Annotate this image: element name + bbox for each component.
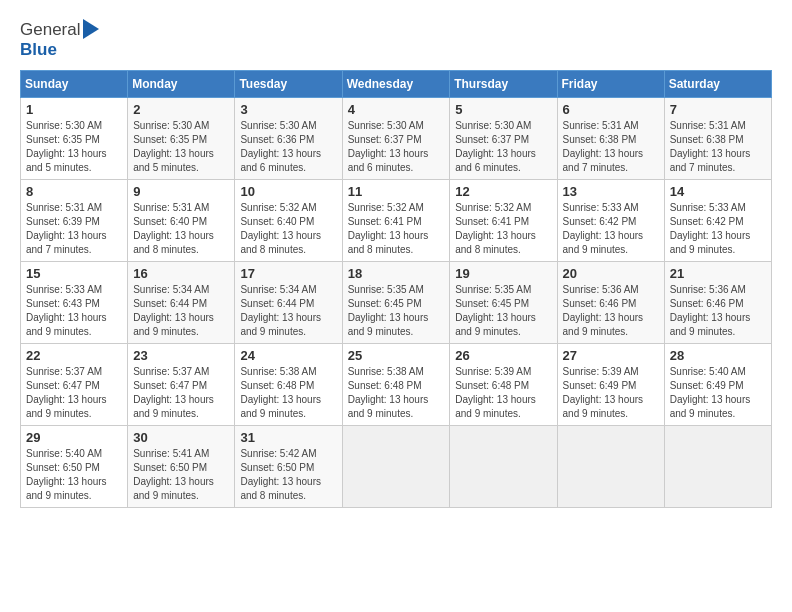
calendar-day-cell: 23Sunrise: 5:37 AMSunset: 6:47 PMDayligh… — [128, 344, 235, 426]
day-number: 27 — [563, 348, 659, 363]
day-info: Sunrise: 5:31 AMSunset: 6:39 PMDaylight:… — [26, 201, 122, 257]
calendar-day-cell: 13Sunrise: 5:33 AMSunset: 6:42 PMDayligh… — [557, 180, 664, 262]
day-number: 4 — [348, 102, 445, 117]
calendar-day-cell: 2Sunrise: 5:30 AMSunset: 6:35 PMDaylight… — [128, 98, 235, 180]
day-number: 6 — [563, 102, 659, 117]
day-info: Sunrise: 5:31 AMSunset: 6:38 PMDaylight:… — [563, 119, 659, 175]
calendar-day-cell: 29Sunrise: 5:40 AMSunset: 6:50 PMDayligh… — [21, 426, 128, 508]
calendar-day-cell — [342, 426, 450, 508]
day-info: Sunrise: 5:35 AMSunset: 6:45 PMDaylight:… — [455, 283, 551, 339]
calendar-week-row: 8Sunrise: 5:31 AMSunset: 6:39 PMDaylight… — [21, 180, 772, 262]
calendar-week-row: 1Sunrise: 5:30 AMSunset: 6:35 PMDaylight… — [21, 98, 772, 180]
calendar-day-cell — [450, 426, 557, 508]
day-info: Sunrise: 5:31 AMSunset: 6:40 PMDaylight:… — [133, 201, 229, 257]
day-info: Sunrise: 5:33 AMSunset: 6:42 PMDaylight:… — [563, 201, 659, 257]
day-number: 10 — [240, 184, 336, 199]
day-number: 20 — [563, 266, 659, 281]
day-info: Sunrise: 5:40 AMSunset: 6:50 PMDaylight:… — [26, 447, 122, 503]
calendar-day-cell: 16Sunrise: 5:34 AMSunset: 6:44 PMDayligh… — [128, 262, 235, 344]
calendar-table: SundayMondayTuesdayWednesdayThursdayFrid… — [20, 70, 772, 508]
day-info: Sunrise: 5:32 AMSunset: 6:40 PMDaylight:… — [240, 201, 336, 257]
calendar-day-cell: 22Sunrise: 5:37 AMSunset: 6:47 PMDayligh… — [21, 344, 128, 426]
day-number: 15 — [26, 266, 122, 281]
calendar-day-header: Thursday — [450, 71, 557, 98]
day-info: Sunrise: 5:32 AMSunset: 6:41 PMDaylight:… — [455, 201, 551, 257]
day-number: 25 — [348, 348, 445, 363]
calendar-day-cell: 15Sunrise: 5:33 AMSunset: 6:43 PMDayligh… — [21, 262, 128, 344]
logo-triangle-icon — [83, 19, 99, 39]
page-header: General Blue — [20, 20, 772, 60]
calendar-day-cell: 20Sunrise: 5:36 AMSunset: 6:46 PMDayligh… — [557, 262, 664, 344]
calendar-day-cell: 21Sunrise: 5:36 AMSunset: 6:46 PMDayligh… — [664, 262, 771, 344]
day-info: Sunrise: 5:41 AMSunset: 6:50 PMDaylight:… — [133, 447, 229, 503]
day-number: 8 — [26, 184, 122, 199]
calendar-day-cell: 14Sunrise: 5:33 AMSunset: 6:42 PMDayligh… — [664, 180, 771, 262]
day-number: 30 — [133, 430, 229, 445]
day-info: Sunrise: 5:33 AMSunset: 6:42 PMDaylight:… — [670, 201, 766, 257]
calendar-day-cell: 8Sunrise: 5:31 AMSunset: 6:39 PMDaylight… — [21, 180, 128, 262]
calendar-day-cell: 26Sunrise: 5:39 AMSunset: 6:48 PMDayligh… — [450, 344, 557, 426]
calendar-day-header: Tuesday — [235, 71, 342, 98]
calendar-day-cell: 27Sunrise: 5:39 AMSunset: 6:49 PMDayligh… — [557, 344, 664, 426]
calendar-day-header: Wednesday — [342, 71, 450, 98]
day-info: Sunrise: 5:30 AMSunset: 6:36 PMDaylight:… — [240, 119, 336, 175]
day-number: 22 — [26, 348, 122, 363]
day-info: Sunrise: 5:33 AMSunset: 6:43 PMDaylight:… — [26, 283, 122, 339]
calendar-day-cell — [664, 426, 771, 508]
calendar-day-cell: 9Sunrise: 5:31 AMSunset: 6:40 PMDaylight… — [128, 180, 235, 262]
calendar-day-cell: 5Sunrise: 5:30 AMSunset: 6:37 PMDaylight… — [450, 98, 557, 180]
day-number: 26 — [455, 348, 551, 363]
day-number: 28 — [670, 348, 766, 363]
day-number: 17 — [240, 266, 336, 281]
day-number: 18 — [348, 266, 445, 281]
day-info: Sunrise: 5:34 AMSunset: 6:44 PMDaylight:… — [240, 283, 336, 339]
day-info: Sunrise: 5:31 AMSunset: 6:38 PMDaylight:… — [670, 119, 766, 175]
calendar-day-cell: 1Sunrise: 5:30 AMSunset: 6:35 PMDaylight… — [21, 98, 128, 180]
day-number: 31 — [240, 430, 336, 445]
day-info: Sunrise: 5:30 AMSunset: 6:35 PMDaylight:… — [133, 119, 229, 175]
calendar-header-row: SundayMondayTuesdayWednesdayThursdayFrid… — [21, 71, 772, 98]
calendar-day-cell: 24Sunrise: 5:38 AMSunset: 6:48 PMDayligh… — [235, 344, 342, 426]
day-number: 21 — [670, 266, 766, 281]
calendar-day-cell: 18Sunrise: 5:35 AMSunset: 6:45 PMDayligh… — [342, 262, 450, 344]
day-number: 23 — [133, 348, 229, 363]
day-number: 1 — [26, 102, 122, 117]
calendar-week-row: 22Sunrise: 5:37 AMSunset: 6:47 PMDayligh… — [21, 344, 772, 426]
calendar-day-cell: 17Sunrise: 5:34 AMSunset: 6:44 PMDayligh… — [235, 262, 342, 344]
calendar-day-cell: 28Sunrise: 5:40 AMSunset: 6:49 PMDayligh… — [664, 344, 771, 426]
day-info: Sunrise: 5:36 AMSunset: 6:46 PMDaylight:… — [670, 283, 766, 339]
calendar-day-header: Saturday — [664, 71, 771, 98]
calendar-day-cell: 10Sunrise: 5:32 AMSunset: 6:40 PMDayligh… — [235, 180, 342, 262]
day-info: Sunrise: 5:30 AMSunset: 6:37 PMDaylight:… — [348, 119, 445, 175]
day-info: Sunrise: 5:37 AMSunset: 6:47 PMDaylight:… — [133, 365, 229, 421]
calendar-day-cell: 7Sunrise: 5:31 AMSunset: 6:38 PMDaylight… — [664, 98, 771, 180]
day-number: 29 — [26, 430, 122, 445]
calendar-day-cell: 6Sunrise: 5:31 AMSunset: 6:38 PMDaylight… — [557, 98, 664, 180]
day-number: 2 — [133, 102, 229, 117]
calendar-day-cell: 4Sunrise: 5:30 AMSunset: 6:37 PMDaylight… — [342, 98, 450, 180]
day-info: Sunrise: 5:32 AMSunset: 6:41 PMDaylight:… — [348, 201, 445, 257]
calendar-day-cell: 25Sunrise: 5:38 AMSunset: 6:48 PMDayligh… — [342, 344, 450, 426]
calendar-day-cell: 11Sunrise: 5:32 AMSunset: 6:41 PMDayligh… — [342, 180, 450, 262]
day-info: Sunrise: 5:39 AMSunset: 6:49 PMDaylight:… — [563, 365, 659, 421]
day-info: Sunrise: 5:38 AMSunset: 6:48 PMDaylight:… — [348, 365, 445, 421]
calendar-day-header: Sunday — [21, 71, 128, 98]
calendar-week-row: 15Sunrise: 5:33 AMSunset: 6:43 PMDayligh… — [21, 262, 772, 344]
day-number: 7 — [670, 102, 766, 117]
day-number: 11 — [348, 184, 445, 199]
calendar-day-cell: 30Sunrise: 5:41 AMSunset: 6:50 PMDayligh… — [128, 426, 235, 508]
calendar-day-cell — [557, 426, 664, 508]
day-number: 16 — [133, 266, 229, 281]
day-number: 9 — [133, 184, 229, 199]
calendar-day-cell: 12Sunrise: 5:32 AMSunset: 6:41 PMDayligh… — [450, 180, 557, 262]
day-info: Sunrise: 5:30 AMSunset: 6:37 PMDaylight:… — [455, 119, 551, 175]
day-number: 24 — [240, 348, 336, 363]
day-number: 13 — [563, 184, 659, 199]
day-info: Sunrise: 5:38 AMSunset: 6:48 PMDaylight:… — [240, 365, 336, 421]
logo: General Blue — [20, 20, 99, 60]
day-info: Sunrise: 5:34 AMSunset: 6:44 PMDaylight:… — [133, 283, 229, 339]
day-number: 5 — [455, 102, 551, 117]
day-info: Sunrise: 5:39 AMSunset: 6:48 PMDaylight:… — [455, 365, 551, 421]
day-number: 19 — [455, 266, 551, 281]
day-info: Sunrise: 5:37 AMSunset: 6:47 PMDaylight:… — [26, 365, 122, 421]
